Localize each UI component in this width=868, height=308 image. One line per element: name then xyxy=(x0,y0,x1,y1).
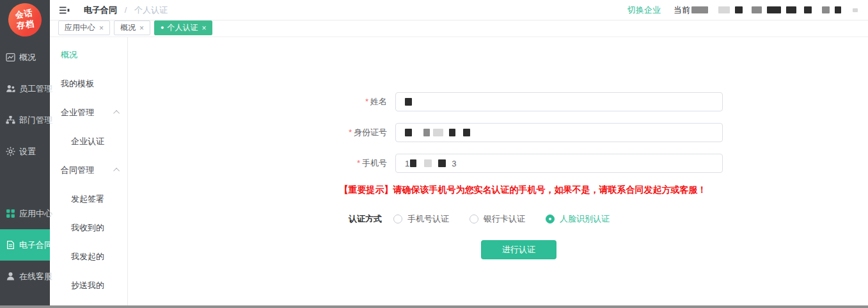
id-number-input[interactable] xyxy=(395,123,723,142)
secondary-sidebar: 概况 我的模板 企业管理 企业认证 合同管理 发起签署 xyxy=(50,37,128,308)
redacted-block xyxy=(853,8,858,12)
subnav-overview[interactable]: 概况 xyxy=(50,40,127,69)
redacted-block xyxy=(786,6,796,13)
form-row-name: *姓名 xyxy=(128,92,723,111)
subnav-received[interactable]: 我收到的 xyxy=(50,213,127,242)
subnav-label: 企业管理 xyxy=(61,107,94,118)
required-mark: * xyxy=(349,127,352,137)
subnav-label: 抄送我的 xyxy=(71,280,104,291)
sidebar-item-departments[interactable]: 部门管理 xyxy=(0,104,50,136)
close-icon[interactable]: × xyxy=(201,24,206,33)
redacted-value xyxy=(438,159,446,167)
subnav-label: 我发起的 xyxy=(71,251,104,263)
redacted-block xyxy=(804,6,812,13)
subnav-group-contract-mgmt[interactable]: 合同管理 xyxy=(50,156,127,184)
radio-icon[interactable] xyxy=(470,215,478,223)
chevron-up-icon[interactable] xyxy=(113,168,120,174)
radio-face-recognition-auth[interactable]: 人脸识别认证 xyxy=(546,213,610,225)
phone-input[interactable]: 1 3 xyxy=(395,154,723,173)
subnav-label: 我收到的 xyxy=(71,222,104,234)
active-dot-icon: ● xyxy=(161,25,164,31)
redacted-block xyxy=(822,6,830,13)
current-company-prefix: 当前 xyxy=(674,4,690,16)
personal-auth-form: *姓名 *身份证号 *手机号 xyxy=(128,37,868,308)
subnav-label: 我的模板 xyxy=(61,78,94,90)
sidebar-item-overview[interactable]: 概况 xyxy=(0,42,50,73)
subnav-initiate-signing[interactable]: 发起签署 xyxy=(50,184,127,213)
redacted-value xyxy=(449,129,455,136)
open-tabs-bar: 应用中心 × 概况 × ● 个人认证 × xyxy=(50,20,868,37)
radio-label: 银行卡认证 xyxy=(484,213,525,225)
important-notice: 【重要提示】请确保该手机号为您实名认证的手机号，如果不是，请联系合同发起方或客服… xyxy=(317,184,729,196)
tab-personal-auth[interactable]: ● 个人认证 × xyxy=(154,20,212,35)
redacted-value xyxy=(423,129,430,136)
subnav-my-templates[interactable]: 我的模板 xyxy=(50,69,127,98)
sidebar-item-label: 概况 xyxy=(19,52,36,63)
subnav-enterprise-auth[interactable]: 企业认证 xyxy=(50,127,127,156)
tab-label: 概况 xyxy=(120,22,136,33)
sidebar-item-label: 员工管理 xyxy=(19,83,52,95)
collapse-sidebar-icon[interactable] xyxy=(59,6,70,15)
phone-visible-prefix: 1 xyxy=(405,159,409,168)
top-header: 电子合同 / 个人认证 切换企业 当前 xyxy=(50,0,868,20)
phone-visible-suffix: 3 xyxy=(452,159,456,168)
chart-icon xyxy=(6,53,15,62)
subnav-initiated[interactable]: 我发起的 xyxy=(50,242,127,271)
breadcrumb-current: 个人认证 xyxy=(134,5,168,15)
redacted-block xyxy=(718,6,730,13)
proceed-auth-button[interactable]: 进行认证 xyxy=(481,240,556,259)
redacted-block xyxy=(767,6,781,13)
form-row-id-number: *身份证号 xyxy=(128,123,723,142)
auth-method-row: 认证方式 手机号认证 银行卡认证 人脸识别认证 xyxy=(349,211,630,227)
required-mark: * xyxy=(357,158,360,168)
horizontal-scrollbar[interactable] xyxy=(0,305,868,308)
radio-label: 手机号认证 xyxy=(407,213,449,225)
primary-nav: 概况 员工管理 部门管理 设置 xyxy=(0,42,50,292)
redacted-block xyxy=(752,6,762,13)
radio-label: 人脸识别认证 xyxy=(560,213,610,225)
tab-overview[interactable]: 概况 × xyxy=(114,20,150,35)
close-icon[interactable]: × xyxy=(99,24,104,33)
redacted-value xyxy=(433,129,443,136)
subnav-label: 合同管理 xyxy=(61,165,94,176)
form-row-phone: *手机号 1 3 xyxy=(128,154,723,173)
id-number-label: *身份证号 xyxy=(128,127,387,138)
redacted-block xyxy=(691,6,708,13)
tab-app-center[interactable]: 应用中心 × xyxy=(58,20,110,35)
name-label: *姓名 xyxy=(128,96,387,108)
current-company-text: 当前 xyxy=(674,4,858,16)
chevron-up-icon[interactable] xyxy=(113,110,120,117)
subnav-group-enterprise-mgmt[interactable]: 企业管理 xyxy=(50,98,127,127)
subnav-label: 概况 xyxy=(61,49,77,61)
gear-icon xyxy=(6,147,15,156)
redacted-block xyxy=(735,6,743,13)
breadcrumb: 电子合同 / 个人认证 xyxy=(84,4,168,16)
name-input[interactable] xyxy=(395,92,723,111)
subnav-cc-me[interactable]: 抄送我的 xyxy=(50,271,127,300)
sidebar-item-label: 应用中心 xyxy=(19,208,52,220)
sidebar-item-settings[interactable]: 设置 xyxy=(0,136,50,167)
phone-label: *手机号 xyxy=(128,158,387,169)
close-icon[interactable]: × xyxy=(139,24,144,33)
sidebar-item-label: 设置 xyxy=(19,146,36,158)
redacted-value xyxy=(405,98,412,106)
radio-bank-card-auth[interactable]: 银行卡认证 xyxy=(470,213,525,225)
org-tree-icon xyxy=(6,115,15,125)
sidebar-item-online-service[interactable]: 在线客服 xyxy=(0,261,50,292)
sidebar-item-label: 电子合同 xyxy=(19,239,52,251)
breadcrumb-parent[interactable]: 电子合同 xyxy=(84,5,117,15)
radio-icon[interactable] xyxy=(393,215,402,223)
primary-sidebar: 会话 存档 概况 员工管理 部门管理 xyxy=(0,0,50,308)
sidebar-item-employees[interactable]: 员工管理 xyxy=(0,73,50,104)
sidebar-item-label: 在线客服 xyxy=(19,271,52,282)
sidebar-item-e-contract[interactable]: 电子合同 xyxy=(0,229,50,261)
radio-phone-auth[interactable]: 手机号认证 xyxy=(393,213,449,225)
required-mark: * xyxy=(365,97,368,106)
contract-document-icon xyxy=(6,240,15,250)
redacted-value xyxy=(463,129,470,136)
switch-company-link[interactable]: 切换企业 xyxy=(627,4,661,16)
app-logo: 会话 存档 xyxy=(6,1,44,39)
redacted-value xyxy=(424,159,432,167)
sidebar-item-app-center[interactable]: 应用中心 xyxy=(0,198,50,229)
radio-selected-icon[interactable] xyxy=(546,215,555,223)
